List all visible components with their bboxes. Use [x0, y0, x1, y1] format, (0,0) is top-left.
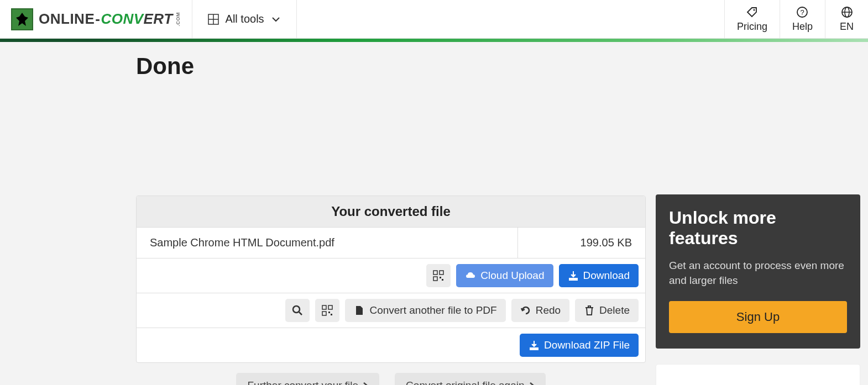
svg-text:?: ? — [801, 8, 804, 17]
chevron-down-icon — [271, 14, 281, 24]
logo[interactable]: ONLINE - CON V ERT .COM — [0, 0, 192, 38]
svg-rect-9 — [433, 271, 437, 275]
chevron-right-icon — [363, 382, 368, 385]
logo-text: ONLINE - CON V ERT .COM — [39, 10, 181, 28]
file-icon — [354, 305, 365, 316]
svg-point-14 — [293, 306, 300, 313]
svg-rect-11 — [433, 277, 437, 281]
trash-icon — [584, 305, 595, 316]
svg-rect-12 — [440, 277, 441, 278]
qr-code-button-2[interactable] — [315, 299, 339, 322]
search-button[interactable] — [285, 299, 310, 322]
convert-another-button[interactable]: Convert another file to PDF — [345, 299, 505, 322]
chevron-right-icon — [529, 382, 535, 385]
file-name: Sample Chrome HTML Document.pdf — [137, 228, 518, 258]
svg-line-15 — [299, 312, 302, 315]
qr-icon — [433, 270, 444, 281]
bulk-actions-row: Convert another file to PDF Redo Delete — [137, 293, 645, 328]
top-navigation: ONLINE - CON V ERT .COM All tools Pricin… — [0, 0, 868, 39]
logo-icon — [11, 8, 33, 30]
svg-rect-17 — [328, 305, 332, 309]
search-icon — [292, 305, 303, 316]
cloud-icon — [465, 270, 476, 281]
download-button[interactable]: Download — [559, 264, 639, 287]
redo-icon — [520, 305, 531, 316]
empty-card — [656, 364, 860, 385]
redo-button[interactable]: Redo — [511, 299, 569, 322]
promo-title: Unlock more features — [669, 208, 847, 249]
svg-rect-16 — [322, 305, 326, 309]
file-row: Sample Chrome HTML Document.pdf 199.05 K… — [137, 228, 645, 259]
sign-up-button[interactable]: Sign Up — [669, 301, 847, 333]
all-tools-dropdown[interactable]: All tools — [192, 0, 297, 38]
cloud-upload-button[interactable]: Cloud Upload — [456, 264, 553, 287]
language-selector[interactable]: EN — [825, 0, 868, 38]
delete-button[interactable]: Delete — [575, 299, 639, 322]
footer-chips: Further convert your file Convert origin… — [136, 373, 646, 385]
all-tools-label: All tools — [226, 13, 264, 25]
svg-rect-10 — [440, 271, 443, 275]
svg-rect-18 — [322, 312, 326, 315]
promo-panel: Unlock more features Get an account to p… — [656, 194, 860, 349]
panel-header: Your converted file — [137, 196, 645, 228]
svg-rect-19 — [328, 312, 330, 313]
svg-point-3 — [754, 9, 755, 11]
grid-icon — [208, 14, 219, 25]
download-icon — [529, 340, 540, 351]
qr-code-button[interactable] — [426, 264, 451, 287]
download-icon — [568, 270, 579, 281]
file-actions-row: Cloud Upload Download — [137, 259, 645, 293]
svg-rect-13 — [442, 279, 443, 281]
svg-rect-20 — [331, 314, 332, 315]
zip-row: Download ZIP File — [137, 328, 645, 362]
qr-icon — [322, 305, 333, 316]
help-link[interactable]: ? Help — [780, 0, 825, 38]
file-size: 199.05 KB — [518, 228, 645, 258]
tag-icon — [745, 6, 759, 19]
converted-file-panel: Your converted file Sample Chrome HTML D… — [136, 196, 646, 363]
convert-again-chip[interactable]: Convert original file again — [395, 373, 545, 385]
page-title: Done — [136, 53, 646, 80]
globe-icon — [840, 6, 854, 19]
promo-body: Get an account to process even more and … — [669, 259, 847, 288]
download-zip-button[interactable]: Download ZIP File — [520, 334, 639, 357]
pricing-link[interactable]: Pricing — [724, 0, 780, 38]
help-icon: ? — [796, 6, 809, 19]
further-convert-chip[interactable]: Further convert your file — [236, 373, 379, 385]
